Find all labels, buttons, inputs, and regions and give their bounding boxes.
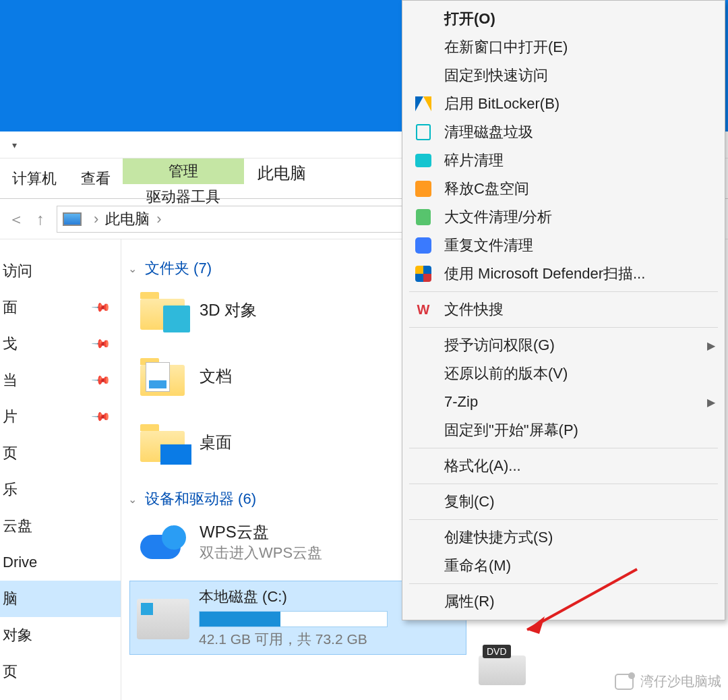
sidebar-item-2[interactable]: 戈📌	[0, 326, 121, 362]
blank-icon	[412, 592, 435, 611]
shield-icon	[412, 94, 435, 113]
menu-item-2-1[interactable]: 还原以前的版本(V)	[404, 359, 723, 388]
menu-item-label: 还原以前的版本(V)	[439, 363, 715, 384]
sidebar-item-11[interactable]: 页	[0, 653, 121, 690]
pin-icon: 📌	[90, 297, 111, 318]
menu-item-2-0[interactable]: 授予访问权限(G)▶	[404, 331, 723, 359]
menu-item-label: 打开(O)	[439, 9, 715, 29]
menu-item-label: 固定到"开始"屏幕(P)	[439, 420, 715, 440]
menu-item-0-4[interactable]: 清理磁盘垃圾	[404, 118, 723, 146]
crumb-sep-icon: ›	[94, 210, 98, 228]
sidebar-item-6[interactable]: 乐	[0, 471, 121, 508]
pc-icon	[63, 212, 82, 226]
menu-item-label: 格式化(A)...	[439, 456, 715, 476]
folder-label: 桌面	[200, 432, 232, 453]
sidebar-item-10[interactable]: 对象	[0, 617, 121, 653]
menu-item-label: 在新窗口中打开(E)	[439, 37, 715, 57]
tab-computer[interactable]: 计算机	[0, 158, 69, 198]
watermark: 湾仔沙电脑城	[615, 672, 721, 691]
menu-item-0-6[interactable]: 释放C盘空间	[404, 175, 723, 203]
sidebar-item-7[interactable]: 云盘	[0, 508, 121, 544]
menu-item-0-7[interactable]: 大文件清理/分析	[404, 203, 723, 231]
sidebar-item-label: 页	[3, 662, 18, 682]
dvd-drive-item[interactable]: DVD	[479, 651, 526, 685]
group-devices-label: 设备和驱动器 (6)	[145, 489, 256, 509]
menu-item-0-8[interactable]: 重复文件清理	[404, 231, 723, 260]
watermark-text: 湾仔沙电脑城	[640, 672, 721, 691]
sidebar-item-label: 页	[3, 443, 18, 463]
sidebar-item-4[interactable]: 片📌	[0, 399, 121, 435]
sidebar-item-3[interactable]: 当📌	[0, 362, 121, 399]
blank-icon	[412, 392, 435, 411]
menu-item-0-3[interactable]: 启用 BitLocker(B)	[404, 90, 723, 118]
trash-icon	[412, 123, 435, 142]
menu-item-0-5[interactable]: 碎片清理	[404, 146, 723, 175]
sidebar-item-label: 面	[3, 297, 18, 318]
folder-icon	[140, 357, 187, 396]
pin-icon: 📌	[90, 333, 111, 354]
menu-separator	[409, 291, 718, 292]
sidebar-item-9[interactable]: 脑	[0, 581, 121, 617]
folder-icon	[140, 291, 187, 330]
submenu-arrow-icon: ▶	[707, 396, 715, 409]
blank-icon	[412, 528, 435, 547]
sidebar-item-label: 片	[3, 407, 18, 427]
wps-subtitle: 双击进入WPS云盘	[200, 543, 322, 563]
sidebar-item-label: 访问	[3, 261, 32, 281]
menu-item-0-0[interactable]: 打开(O)	[404, 5, 723, 33]
tab-manage[interactable]: 管理 驱动器工具	[123, 158, 244, 198]
sidebar-item-0[interactable]: 访问	[0, 253, 121, 289]
blank-icon	[412, 38, 435, 57]
pin-icon: 📌	[90, 406, 111, 427]
wechat-icon	[615, 674, 634, 690]
blank-icon	[412, 492, 435, 511]
wps-title: WPS云盘	[200, 521, 322, 543]
blank-icon	[412, 9, 435, 28]
tab-view[interactable]: 查看	[69, 158, 123, 198]
menu-separator	[409, 484, 718, 484]
menu-item-4-0[interactable]: 复制(C)	[404, 488, 723, 516]
breadcrumb[interactable]: 此电脑	[105, 209, 150, 229]
sq-teal-icon	[412, 151, 435, 170]
drive-icon	[137, 599, 189, 639]
up-button[interactable]: ↑	[28, 210, 53, 229]
menu-item-0-2[interactable]: 固定到快速访问	[404, 61, 723, 90]
qat-dropdown-icon[interactable]: ▾	[7, 140, 22, 150]
menu-item-label: 固定到快速访问	[439, 65, 715, 86]
menu-item-1-0[interactable]: W文件快搜	[404, 295, 723, 324]
drive-stats: 42.1 GB 可用，共 73.2 GB	[199, 630, 459, 649]
menu-item-2-3[interactable]: 固定到"开始"屏幕(P)	[404, 416, 723, 444]
sidebar-item-8[interactable]: Drive	[0, 544, 121, 581]
blank-icon	[412, 556, 435, 575]
menu-item-3-0[interactable]: 格式化(A)...	[404, 452, 723, 480]
blank-icon	[412, 421, 435, 440]
menu-item-0-9[interactable]: 使用 Microsoft Defender扫描...	[404, 260, 723, 288]
menu-item-label: 启用 BitLocker(B)	[439, 94, 715, 114]
sidebar-item-1[interactable]: 面📌	[0, 289, 121, 326]
menu-item-label: 7-Zip	[439, 393, 707, 411]
context-menu: 打开(O)在新窗口中打开(E)固定到快速访问启用 BitLocker(B)清理磁…	[402, 0, 725, 620]
dvd-label: DVD	[483, 645, 511, 658]
sq-orange-icon	[412, 179, 435, 198]
menu-item-2-2[interactable]: 7-Zip▶	[404, 388, 723, 416]
back-button[interactable]: ＜	[4, 208, 28, 230]
chevron-down-icon: ⌄	[128, 262, 137, 275]
menu-item-label: 创建快捷方式(S)	[439, 527, 715, 548]
cloud-icon	[140, 525, 187, 559]
folder-label: 文档	[200, 366, 232, 387]
sidebar-item-label: 对象	[3, 625, 32, 645]
menu-separator	[409, 448, 718, 448]
blank-icon	[412, 364, 435, 383]
menu-item-label: 释放C盘空间	[439, 179, 715, 199]
manage-label: 管理	[123, 158, 244, 184]
chevron-down-icon: ⌄	[128, 493, 137, 506]
menu-item-5-0[interactable]: 创建快捷方式(S)	[404, 523, 723, 552]
folder-icon	[140, 423, 187, 462]
sidebar-item-label: Drive	[3, 554, 37, 571]
folder-label: 3D 对象	[200, 299, 257, 321]
menu-item-label: 重复文件清理	[439, 235, 715, 256]
wps-icon: W	[412, 300, 435, 319]
menu-item-0-1[interactable]: 在新窗口中打开(E)	[404, 33, 723, 61]
sidebar-item-5[interactable]: 页	[0, 435, 121, 471]
menu-item-label: 碎片清理	[439, 150, 715, 171]
